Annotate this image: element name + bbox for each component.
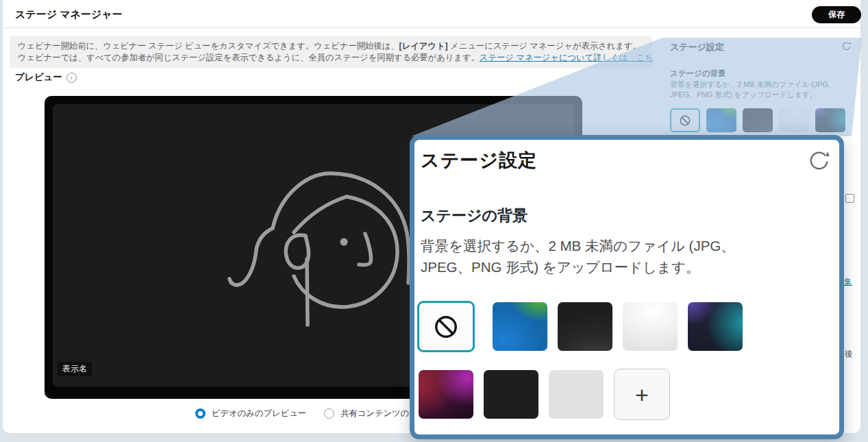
callout-title: ステージ設定 — [421, 148, 537, 173]
stage-manager-page: ステージ マネージャー 保存 ウェビナー開始前に、ウェビナー ステージ ビューを… — [0, 0, 868, 442]
preview-mode-radios: ビデオのみのプレビュー 共有コンテンツのプレビ — [195, 408, 435, 419]
preview-label: プレビュー i — [15, 71, 77, 84]
bg-option-dark[interactable] — [558, 302, 612, 351]
bg-option-dark[interactable] — [743, 108, 773, 132]
background-options-row1 — [419, 301, 743, 352]
bg-option-blue-green[interactable] — [706, 108, 736, 132]
learn-more-link[interactable]: ステージ マネージャについて詳しくは、こちらをご覧ください。 — [480, 53, 652, 62]
callout-background-heading: ステージの背景 — [421, 206, 528, 226]
stage-settings-callout: ステージ設定 ステージの背景 背景を選択するか、2 MB 未満のファイル (JP… — [410, 135, 844, 439]
radio-selected-icon[interactable] — [195, 408, 206, 419]
bg-option-black[interactable] — [484, 370, 538, 419]
bg-option-purple-teal[interactable] — [688, 302, 743, 351]
display-name-badge: 表示名 — [58, 362, 92, 376]
info-banner: ウェビナー開始前に、ウェビナー ステージ ビューをカスタマイズできます。ウェビナ… — [10, 36, 652, 68]
refresh-icon-large[interactable] — [807, 149, 830, 173]
layout-menu-emphasis: [レイアウト] — [399, 41, 448, 51]
banner-line2: ウェビナーでは、すべての参加者が同じステージ設定を表示できるように、全員のステー… — [18, 52, 644, 64]
sidebar-background-description: 背景を選択するか、2 MB 未満のファイル (JPG、JPEG、PNG 形式) … — [670, 79, 851, 100]
sidebar-background-options — [670, 108, 845, 132]
bg-option-blue-green[interactable] — [493, 302, 547, 351]
save-button[interactable]: 保存 — [812, 6, 861, 23]
sidebar-stage-settings-title: ステージ設定 — [670, 41, 724, 53]
banner-line1: ウェビナー開始前に、ウェビナー ステージ ビューをカスタマイズできます。ウェビナ… — [18, 40, 644, 52]
bg-option-gray[interactable] — [549, 370, 604, 419]
background-options-row2: + — [419, 369, 670, 420]
bg-option-light[interactable] — [623, 302, 678, 351]
sidebar-background-heading: ステージの背景 — [670, 69, 726, 79]
page-title: ステージ マネージャー — [15, 8, 123, 21]
edit-link-fragment[interactable]: 集 — [844, 277, 852, 287]
bg-option-purple-teal[interactable] — [815, 108, 845, 132]
radio-video-only[interactable]: ビデオのみのプレビュー — [195, 408, 306, 419]
plus-icon: + — [635, 383, 649, 406]
radio-unselected-icon[interactable] — [324, 408, 334, 419]
refresh-icon[interactable] — [841, 41, 852, 51]
bg-option-light[interactable] — [779, 108, 809, 132]
sidebar-text-fragment: 後 — [845, 349, 853, 359]
bg-option-none[interactable] — [417, 301, 475, 352]
callout-background-description: 背景を選択するか、2 MB 未満のファイル (JPG、 JPEG、PNG 形式)… — [421, 235, 735, 278]
info-icon[interactable]: i — [66, 73, 77, 83]
bg-option-none[interactable] — [670, 108, 700, 132]
sync-checkbox-fragment[interactable] — [845, 194, 854, 203]
bg-option-red-magenta[interactable] — [419, 370, 473, 419]
bg-option-add[interactable]: + — [614, 369, 670, 420]
no-background-icon — [679, 114, 691, 127]
no-background-icon — [433, 314, 459, 340]
header-divider — [3, 27, 860, 28]
